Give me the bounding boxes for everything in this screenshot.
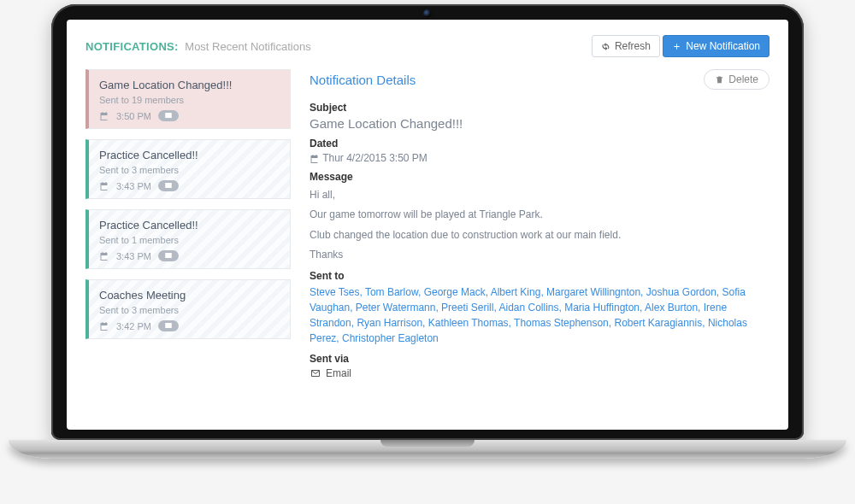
card-meta: Sent to 19 members bbox=[99, 95, 280, 105]
trash-icon bbox=[715, 75, 724, 85]
page-title: NOTIFICATIONS: Most Recent Notifications bbox=[86, 40, 311, 53]
card-title: Coaches Meeting bbox=[99, 289, 280, 302]
card-meta: Sent to 3 members bbox=[99, 305, 280, 315]
recipient[interactable]: Thomas Stephenson bbox=[514, 317, 614, 329]
recipient[interactable]: Kathleen Thomas bbox=[428, 317, 514, 329]
envelope-icon bbox=[310, 368, 321, 378]
card-row: 3:43 PM bbox=[99, 180, 280, 191]
envelope-icon bbox=[163, 251, 174, 260]
notification-card[interactable]: Coaches MeetingSent to 3 members3:42 PM bbox=[86, 279, 291, 339]
card-time: 3:43 PM bbox=[116, 251, 151, 261]
laptop-bezel: NOTIFICATIONS: Most Recent Notifications… bbox=[51, 4, 804, 440]
details-heading: Notification Details bbox=[310, 73, 416, 87]
refresh-label: Refresh bbox=[615, 40, 651, 52]
dated-row: Thur 4/2/2015 3:50 PM bbox=[310, 152, 770, 164]
sent-via-row: Email bbox=[310, 367, 770, 379]
recipients-list: Steve TsesTom BarlowGeorge MackAlbert Ki… bbox=[310, 284, 770, 346]
notification-card[interactable]: Practice Cancelled!!Sent to 1 members3:4… bbox=[86, 209, 291, 269]
notification-card[interactable]: Game Location Changed!!!Sent to 19 membe… bbox=[86, 69, 291, 129]
title-brand: NOTIFICATIONS: bbox=[86, 40, 179, 53]
card-title: Practice Cancelled!! bbox=[99, 219, 280, 231]
card-time: 3:50 PM bbox=[116, 111, 151, 121]
calendar-icon bbox=[99, 111, 109, 121]
recipient[interactable]: Albert King bbox=[491, 286, 546, 298]
recipient[interactable]: Tom Barlow bbox=[365, 286, 424, 298]
recipient[interactable]: George Mack bbox=[424, 286, 491, 298]
recipient[interactable]: Margaret Willingnton bbox=[546, 286, 646, 298]
notification-card[interactable]: Practice Cancelled!!Sent to 3 members3:4… bbox=[86, 139, 291, 199]
recipient[interactable]: Joshua Gordon bbox=[646, 286, 722, 298]
dated-label: Dated bbox=[310, 138, 770, 149]
message-label: Message bbox=[310, 171, 770, 183]
laptop-base bbox=[9, 440, 846, 459]
sent-to-label: Sent to bbox=[310, 270, 770, 282]
webcam-icon bbox=[423, 9, 432, 18]
card-row: 3:43 PM bbox=[99, 250, 280, 261]
mail-badge bbox=[158, 320, 179, 331]
sent-via-value: Email bbox=[326, 367, 351, 379]
refresh-button[interactable]: Refresh bbox=[592, 35, 660, 57]
notification-details: Notification Details Delete Subject Game… bbox=[310, 69, 770, 379]
app-screen: NOTIFICATIONS: Most Recent Notifications… bbox=[67, 20, 788, 430]
card-row: 3:42 PM bbox=[99, 320, 280, 331]
envelope-icon bbox=[163, 181, 174, 190]
recipient[interactable]: Aidan Collins bbox=[498, 302, 564, 314]
envelope-icon bbox=[163, 111, 174, 120]
calendar-icon bbox=[99, 321, 109, 331]
recipient[interactable]: Ryan Harrison bbox=[357, 317, 428, 329]
notification-list: Game Location Changed!!!Sent to 19 membe… bbox=[86, 69, 291, 379]
envelope-icon bbox=[163, 321, 174, 330]
recipient[interactable]: Steve Tses bbox=[310, 286, 365, 298]
laptop-frame: NOTIFICATIONS: Most Recent Notifications… bbox=[51, 4, 804, 459]
message-line: Club changed the location due to constru… bbox=[310, 228, 770, 243]
card-meta: Sent to 3 members bbox=[99, 165, 280, 175]
sent-via-label: Sent via bbox=[310, 353, 770, 365]
delete-button[interactable]: Delete bbox=[704, 69, 770, 90]
refresh-icon bbox=[601, 42, 610, 51]
recipient[interactable]: Peter Watermann bbox=[356, 302, 441, 314]
calendar-icon bbox=[99, 181, 109, 191]
topbar-actions: Refresh New Notification bbox=[592, 35, 770, 57]
message-line: Our game tomorrow will be played at Tria… bbox=[310, 208, 770, 222]
delete-label: Delete bbox=[728, 73, 758, 85]
new-notification-label: New Notification bbox=[686, 40, 760, 52]
calendar-icon bbox=[99, 251, 109, 261]
message-line: Hi all, bbox=[310, 188, 770, 202]
calendar-icon bbox=[310, 154, 320, 164]
title-subtitle: Most Recent Notifications bbox=[185, 40, 310, 53]
new-notification-button[interactable]: New Notification bbox=[663, 35, 770, 57]
card-row: 3:50 PM bbox=[99, 110, 280, 121]
card-time: 3:42 PM bbox=[116, 321, 151, 331]
recipient[interactable]: Alex Burton bbox=[645, 302, 704, 314]
card-title: Game Location Changed!!! bbox=[99, 79, 280, 91]
subject-label: Subject bbox=[310, 102, 770, 114]
card-meta: Sent to 1 members bbox=[99, 235, 280, 245]
dated-value: Thur 4/2/2015 3:50 PM bbox=[322, 152, 428, 164]
topbar: NOTIFICATIONS: Most Recent Notifications… bbox=[86, 35, 770, 57]
recipient[interactable]: Maria Huffington bbox=[564, 302, 645, 314]
message-line: Thanks bbox=[310, 248, 770, 262]
recipient[interactable]: Robert Karagiannis bbox=[614, 317, 707, 329]
card-title: Practice Cancelled!! bbox=[99, 149, 280, 161]
recipient[interactable]: Christopher Eagleton bbox=[342, 332, 439, 344]
plus-icon bbox=[672, 42, 681, 51]
recipient[interactable]: Preeti Serill bbox=[441, 302, 498, 314]
mail-badge bbox=[158, 110, 179, 121]
mail-badge bbox=[158, 180, 179, 191]
subject-value: Game Location Changed!!! bbox=[310, 116, 770, 131]
mail-badge bbox=[158, 250, 179, 261]
message-body: Hi all,Our game tomorrow will be played … bbox=[310, 188, 770, 263]
card-time: 3:43 PM bbox=[116, 181, 151, 191]
